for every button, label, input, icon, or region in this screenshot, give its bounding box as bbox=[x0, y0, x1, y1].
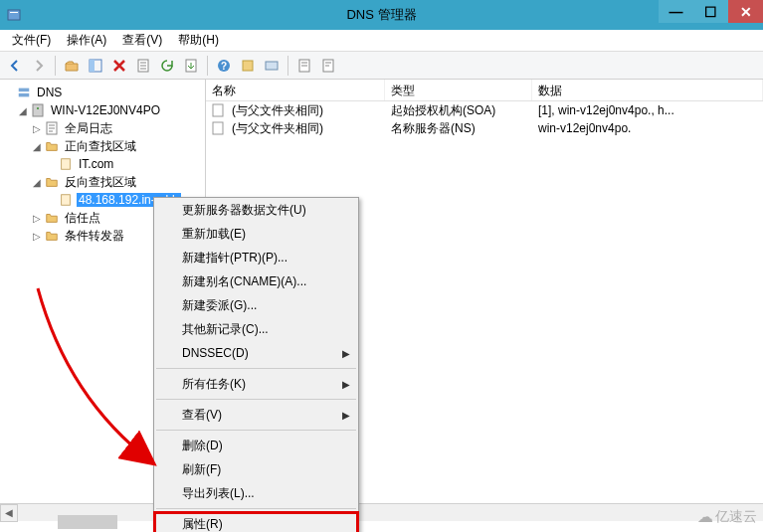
filter-button-2[interactable] bbox=[317, 55, 339, 77]
svg-rect-19 bbox=[213, 104, 223, 116]
delete-button[interactable] bbox=[108, 55, 130, 77]
tree-cf-label: 条件转发器 bbox=[63, 228, 126, 245]
refresh-button[interactable] bbox=[156, 55, 178, 77]
cm-all-tasks[interactable]: 所有任务(K)▶ bbox=[154, 372, 358, 396]
menu-action[interactable]: 操作(A) bbox=[59, 30, 114, 51]
close-button[interactable]: ✕ bbox=[728, 0, 763, 23]
maximize-button[interactable]: ☐ bbox=[693, 0, 728, 23]
folder-icon bbox=[44, 174, 60, 190]
col-name[interactable]: 名称 bbox=[206, 80, 385, 100]
up-folder-button[interactable] bbox=[61, 55, 83, 77]
record-icon bbox=[210, 102, 226, 118]
properties-button[interactable] bbox=[132, 55, 154, 77]
cm-separator bbox=[156, 430, 356, 431]
tree-forward-label: 正向查找区域 bbox=[63, 138, 138, 155]
window-title: DNS 管理器 bbox=[346, 6, 416, 24]
export-button[interactable] bbox=[180, 55, 202, 77]
cm-export-list[interactable]: 导出列表(L)... bbox=[154, 481, 358, 505]
show-hide-tree-button[interactable] bbox=[85, 55, 106, 77]
svg-rect-13 bbox=[19, 93, 30, 97]
tree-root-dns[interactable]: DNS bbox=[0, 84, 205, 101]
tree-trust-label: 信任点 bbox=[63, 210, 102, 227]
cm-separator bbox=[156, 368, 356, 369]
svg-rect-9 bbox=[266, 62, 278, 70]
menu-bar: 文件(F) 操作(A) 查看(V) 帮助(H) bbox=[0, 30, 763, 52]
help-button[interactable]: ? bbox=[213, 55, 235, 77]
svg-point-15 bbox=[37, 107, 39, 109]
col-data[interactable]: 数据 bbox=[532, 80, 763, 100]
submenu-arrow-icon: ▶ bbox=[342, 379, 350, 390]
app-icon bbox=[6, 7, 22, 23]
cm-refresh[interactable]: 刷新(F) bbox=[154, 457, 358, 481]
menu-file[interactable]: 文件(F) bbox=[4, 30, 59, 51]
cell-name: (与父文件夹相同) bbox=[226, 102, 385, 119]
tree-forward-zone[interactable]: ◢ 正向查找区域 bbox=[0, 137, 205, 155]
svg-rect-14 bbox=[33, 104, 43, 116]
minimize-button[interactable]: — bbox=[659, 0, 693, 23]
toolbar: ? bbox=[0, 52, 763, 80]
tree-forward-item[interactable]: IT.com bbox=[0, 155, 205, 173]
svg-rect-0 bbox=[8, 10, 20, 20]
dns-icon bbox=[16, 85, 32, 100]
nav-forward-button[interactable] bbox=[28, 55, 50, 77]
list-header: 名称 类型 数据 bbox=[206, 80, 763, 101]
cm-dnssec[interactable]: DNSSEC(D)▶ bbox=[154, 341, 358, 365]
folder-icon bbox=[44, 138, 60, 154]
svg-rect-12 bbox=[19, 89, 30, 92]
zone-icon bbox=[58, 192, 74, 208]
hscrollbar[interactable]: ◀ ▶ bbox=[0, 503, 763, 521]
context-menu: 更新服务器数据文件(U) 重新加载(E) 新建指针(PTR)(P)... 新建别… bbox=[153, 197, 359, 532]
list-row[interactable]: (与父文件夹相同) 起始授权机构(SOA) [1], win-v12ej0nv4… bbox=[206, 101, 763, 119]
cell-type: 名称服务器(NS) bbox=[385, 120, 532, 137]
cell-data: [1], win-v12ej0nv4po., h... bbox=[532, 103, 763, 117]
tree-global-log[interactable]: ▷ 全局日志 bbox=[0, 119, 205, 137]
submenu-arrow-icon: ▶ bbox=[342, 348, 350, 359]
action-button-2[interactable] bbox=[261, 55, 283, 77]
folder-icon bbox=[44, 210, 60, 226]
svg-rect-17 bbox=[62, 159, 71, 170]
window-controls: — ☐ ✕ bbox=[659, 0, 763, 23]
filter-button-1[interactable] bbox=[293, 55, 315, 77]
watermark-text: 亿速云 bbox=[715, 508, 757, 526]
cm-reload[interactable]: 重新加载(E) bbox=[154, 222, 358, 246]
svg-text:?: ? bbox=[221, 61, 227, 72]
cell-data: win-v12ej0nv4po. bbox=[532, 121, 763, 135]
menu-view[interactable]: 查看(V) bbox=[114, 30, 170, 51]
svg-rect-3 bbox=[90, 60, 95, 72]
cm-view-label: 查看(V) bbox=[182, 407, 222, 424]
log-icon bbox=[44, 120, 60, 136]
cm-delete[interactable]: 删除(D) bbox=[154, 434, 358, 457]
folder-icon bbox=[44, 228, 60, 244]
watermark: ☁ 亿速云 bbox=[697, 507, 757, 526]
tree-reverse-label: 反向查找区域 bbox=[63, 174, 138, 191]
svg-rect-1 bbox=[10, 12, 18, 13]
svg-rect-8 bbox=[243, 61, 253, 71]
cm-all-tasks-label: 所有任务(K) bbox=[182, 376, 246, 393]
cell-name: (与父文件夹相同) bbox=[226, 120, 385, 137]
action-button-1[interactable] bbox=[237, 55, 259, 77]
cloud-icon: ☁ bbox=[697, 507, 713, 526]
cm-separator bbox=[156, 508, 356, 509]
cm-new-delegation[interactable]: 新建委派(G)... bbox=[154, 293, 358, 317]
cm-view[interactable]: 查看(V)▶ bbox=[154, 403, 358, 427]
tree-reverse-zone[interactable]: ◢ 反向查找区域 bbox=[0, 173, 205, 191]
cm-separator bbox=[156, 399, 356, 400]
tree-server[interactable]: ◢ WIN-V12EJ0NV4PO bbox=[0, 101, 205, 119]
col-type[interactable]: 类型 bbox=[385, 80, 532, 100]
submenu-arrow-icon: ▶ bbox=[342, 410, 350, 421]
cm-properties[interactable]: 属性(R) bbox=[154, 512, 358, 532]
cm-new-ptr[interactable]: 新建指针(PTR)(P)... bbox=[154, 246, 358, 269]
cm-other-records[interactable]: 其他新记录(C)... bbox=[154, 317, 358, 341]
cm-update-data-file[interactable]: 更新服务器数据文件(U) bbox=[154, 198, 358, 222]
cm-new-cname[interactable]: 新建别名(CNAME)(A)... bbox=[154, 269, 358, 293]
server-icon bbox=[30, 102, 46, 118]
scroll-left-arrow[interactable]: ◀ bbox=[0, 504, 18, 522]
scroll-thumb[interactable] bbox=[58, 515, 117, 529]
title-bar: DNS 管理器 — ☐ ✕ bbox=[0, 0, 763, 30]
record-icon bbox=[210, 120, 226, 136]
nav-back-button[interactable] bbox=[4, 55, 26, 77]
list-row[interactable]: (与父文件夹相同) 名称服务器(NS) win-v12ej0nv4po. bbox=[206, 119, 763, 137]
svg-rect-18 bbox=[62, 195, 71, 206]
menu-help[interactable]: 帮助(H) bbox=[170, 30, 227, 51]
tree-root-label: DNS bbox=[35, 86, 64, 99]
